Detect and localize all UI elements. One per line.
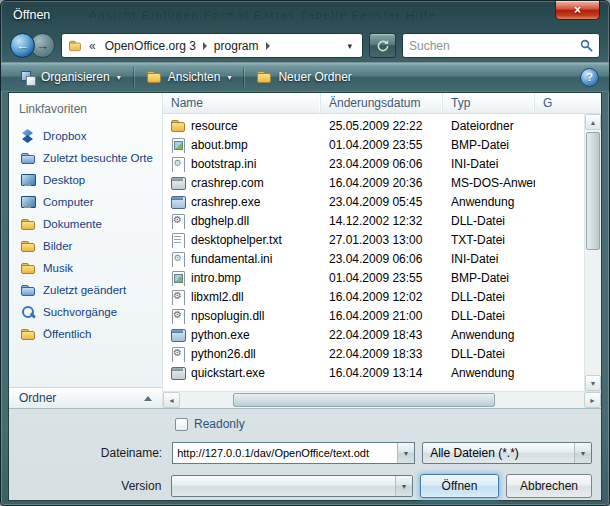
vertical-scroll-track[interactable] [585,252,601,375]
sidebar-item-label: Zuletzt besuchte Orte [43,152,153,164]
scroll-up-icon: ▲ [590,119,597,126]
sidebar-item[interactable]: Desktop [9,169,162,191]
file-type-icon [170,308,186,324]
scroll-up-button[interactable]: ▲ [585,114,601,130]
sidebar-item[interactable]: Zuletzt besuchte Orte [9,147,162,169]
file-row[interactable]: resource 25.05.2009 22:22 Dateiordner [163,116,584,135]
file-date: 22.04.2009 18:43 [321,328,443,342]
readonly-option[interactable]: Readonly [175,416,592,432]
address-dropdown-icon[interactable]: ▾ [340,41,359,51]
file-type: Dateiordner [443,119,535,133]
file-type: BMP-Datei [443,271,535,285]
navigation-bar: ← → « OpenOffice.org 3 program ▾ [1,29,609,62]
file-row[interactable]: npsoplugin.dll 16.04.2009 21:00 DLL-Date… [163,306,584,325]
title-bar[interactable]: Öffnen Ansicht Einfügen Format Extras Ta… [1,1,609,29]
scroll-right-button[interactable]: ► [584,392,601,408]
close-button[interactable]: × [555,1,600,20]
filename-dropdown-button[interactable]: ▾ [397,443,414,463]
file-row[interactable]: intro.bmp 01.04.2009 23:55 BMP-Datei [163,268,584,287]
sidebar-item[interactable]: Dokumente [9,213,162,235]
column-header-size[interactable]: G [535,93,601,113]
file-row[interactable]: bootstrap.ini 23.04.2009 06:06 INI-Datei [163,154,584,173]
file-name: crashrep.com [191,176,264,190]
version-select[interactable]: ▾ [171,475,413,497]
sidebar-item[interactable]: Computer [9,191,162,213]
file-row[interactable]: fundamental.ini 23.04.2009 06:06 INI-Dat… [163,249,584,268]
horizontal-scrollbar[interactable]: ◄ ► [163,391,601,408]
back-button[interactable]: ← [10,33,35,58]
breadcrumb-separator-icon[interactable] [203,42,207,50]
file-row[interactable]: python.exe 22.04.2009 18:43 Anwendung [163,325,584,344]
cancel-button-label: Abbrechen [520,479,578,493]
file-type: MS-DOS-Anwend... [443,176,535,190]
file-name: npsoplugin.dll [191,309,264,323]
views-button[interactable]: Ansichten ▾ [137,65,241,89]
sidebar-item-label: Dropbox [43,130,86,142]
filename-input[interactable] [173,443,397,463]
sidebar-item[interactable]: Musik [9,257,162,279]
organize-label: Organisieren [41,70,110,84]
horizontal-scroll-thumb[interactable] [233,393,496,407]
file-name: about.bmp [191,138,248,152]
filename-combobox[interactable]: ▾ [172,442,415,464]
file-row[interactable]: libxml2.dll 16.04.2009 12:02 DLL-Datei [163,287,584,306]
file-list-body: resource 25.05.2009 22:22 Dateiordner ab… [163,114,601,391]
file-row[interactable]: desktophelper.txt 27.01.2003 13:00 TXT-D… [163,230,584,249]
filetype-select[interactable]: Alle Dateien (*.*) ▾ [422,442,592,464]
file-row[interactable]: quickstart.exe 16.04.2009 13:14 Anwendun… [163,363,584,382]
folders-expander[interactable]: Ordner [9,387,162,408]
new-folder-label: Neuer Ordner [278,70,351,84]
file-row[interactable]: dbghelp.dll 14.12.2002 12:32 DLL-Datei [163,211,584,230]
toolbar-separator [243,67,244,87]
refresh-button[interactable] [369,33,396,58]
column-header-name[interactable]: Name [163,93,321,113]
file-row[interactable]: about.bmp 01.04.2009 23:55 BMP-Datei [163,135,584,154]
sidebar-item-label: Dokumente [43,218,102,230]
readonly-checkbox[interactable] [175,418,188,431]
sidebar-item[interactable]: Suchvorgänge [9,301,162,323]
organize-button[interactable]: Organisieren ▾ [11,66,130,89]
sidebar-item[interactable]: Öffentlich [9,323,162,345]
file-name-cell: dbghelp.dll [163,213,321,229]
file-row[interactable]: python26.dll 22.04.2009 18:33 DLL-Datei [163,344,584,363]
sidebar-item[interactable]: Bilder [9,235,162,257]
file-name-cell: about.bmp [163,137,321,153]
vertical-scrollbar[interactable]: ▲ ▼ [584,114,601,391]
sidebar-item[interactable]: Dropbox [9,125,162,147]
horizontal-scroll-track[interactable] [180,392,584,408]
file-name-cell: python26.dll [163,346,321,362]
breadcrumb-item-program[interactable]: program [209,35,264,56]
column-header-date[interactable]: Änderungsdatum [321,93,443,113]
column-header-type[interactable]: Typ [443,93,535,113]
breadcrumb-separator-icon[interactable] [266,42,270,50]
views-icon [146,69,162,85]
new-folder-icon [256,69,272,85]
open-button[interactable]: Öffnen [420,474,499,498]
sidebar-item-label: Computer [43,196,94,208]
breadcrumb-item-openoffice[interactable]: OpenOffice.org 3 [100,35,201,56]
address-breadcrumb-bar[interactable]: « OpenOffice.org 3 program ▾ [61,33,363,58]
filetype-dropdown-button[interactable]: ▾ [574,443,591,463]
help-button[interactable]: ? [580,68,599,87]
new-folder-button[interactable]: Neuer Ordner [247,65,360,89]
sidebar-item-label: Suchvorgänge [43,306,117,318]
file-list: resource 25.05.2009 22:22 Dateiordner ab… [163,114,584,391]
cancel-button[interactable]: Abbrechen [506,474,592,498]
file-row[interactable]: crashrep.com 16.04.2009 20:36 MS-DOS-Anw… [163,173,584,192]
search-box[interactable] [402,33,600,58]
search-input[interactable] [409,39,576,53]
sidebar-item[interactable]: Zuletzt geändert [9,279,162,301]
search-icon [580,39,593,52]
sidebar-item-icon [20,128,36,144]
file-type: DLL-Datei [443,309,535,323]
column-header-row: Name Änderungsdatum Typ G [163,93,601,114]
file-name-cell: crashrep.exe [163,194,321,210]
file-name-cell: bootstrap.ini [163,156,321,172]
open-dialog-window: Öffnen Ansicht Einfügen Format Extras Ta… [0,0,610,506]
breadcrumb-overflow-chevron[interactable]: « [85,39,100,53]
file-row[interactable]: crashrep.exe 23.04.2009 05:45 Anwendung [163,192,584,211]
vertical-scroll-thumb[interactable] [586,132,600,250]
scroll-down-button[interactable]: ▼ [585,375,601,391]
version-dropdown-button[interactable]: ▾ [395,476,412,496]
scroll-left-button[interactable]: ◄ [163,392,180,408]
